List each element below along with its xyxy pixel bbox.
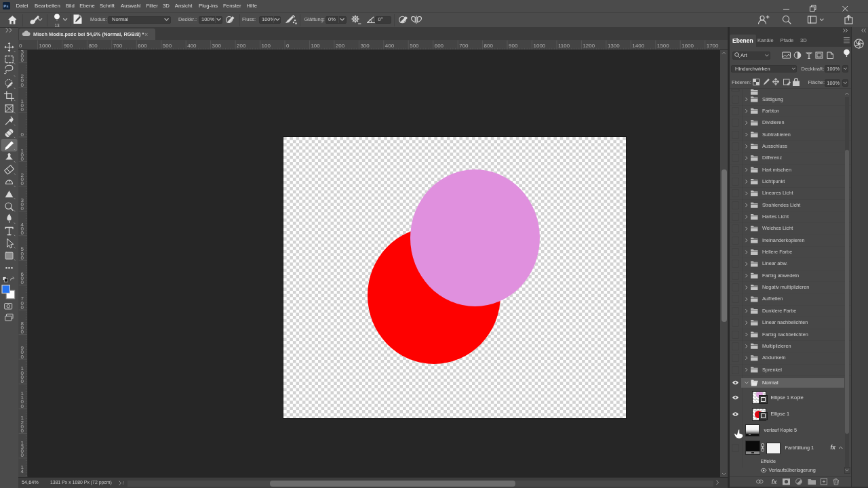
svg-text:0: 0 xyxy=(21,106,24,113)
svg-text:0: 0 xyxy=(21,452,24,458)
svg-text:700: 700 xyxy=(459,43,469,49)
svg-text:1500: 1500 xyxy=(657,43,669,49)
svg-text:0: 0 xyxy=(21,428,24,434)
svg-text:900: 900 xyxy=(64,43,73,49)
svg-text:1600: 1600 xyxy=(682,43,694,49)
svg-text:0: 0 xyxy=(21,180,24,186)
svg-text:0: 0 xyxy=(21,255,24,261)
svg-text:4: 4 xyxy=(21,468,24,474)
svg-text:0: 0 xyxy=(21,403,24,409)
svg-text:1000: 1000 xyxy=(39,43,52,49)
svg-text:600: 600 xyxy=(435,43,444,49)
svg-text:400: 400 xyxy=(187,43,197,49)
svg-text:0: 0 xyxy=(21,354,24,360)
svg-text:900: 900 xyxy=(509,43,518,49)
svg-text:600: 600 xyxy=(138,43,147,49)
svg-text:300: 300 xyxy=(360,43,370,49)
svg-text:500: 500 xyxy=(410,43,419,49)
svg-text:1200: 1200 xyxy=(583,43,595,49)
svg-text:100: 100 xyxy=(262,43,271,49)
svg-text:0: 0 xyxy=(19,43,22,49)
svg-text:800: 800 xyxy=(484,43,494,49)
svg-text:1300: 1300 xyxy=(608,43,620,49)
svg-text:0: 0 xyxy=(21,329,24,335)
svg-text:0: 0 xyxy=(21,205,24,211)
svg-text:500: 500 xyxy=(163,43,172,49)
svg-text:700: 700 xyxy=(113,43,123,49)
svg-text:0: 0 xyxy=(21,304,24,310)
svg-text:200: 200 xyxy=(336,43,345,49)
svg-text:0: 0 xyxy=(21,82,24,88)
svg-text:1100: 1100 xyxy=(558,43,570,49)
svg-text:1000: 1000 xyxy=(534,43,546,49)
svg-text:0: 0 xyxy=(21,57,24,63)
svg-text:1400: 1400 xyxy=(632,43,644,49)
svg-text:0: 0 xyxy=(21,156,24,162)
svg-text:0: 0 xyxy=(286,43,290,49)
svg-text:300: 300 xyxy=(212,43,222,49)
svg-text:100: 100 xyxy=(311,43,320,49)
svg-text:0: 0 xyxy=(21,131,24,138)
svg-text:0: 0 xyxy=(21,279,24,285)
svg-text:0: 0 xyxy=(21,230,24,236)
svg-text:800: 800 xyxy=(88,43,98,49)
svg-text:200: 200 xyxy=(237,43,246,49)
svg-text:0: 0 xyxy=(21,378,24,384)
svg-text:1700: 1700 xyxy=(707,43,719,49)
svg-text:400: 400 xyxy=(385,43,395,49)
